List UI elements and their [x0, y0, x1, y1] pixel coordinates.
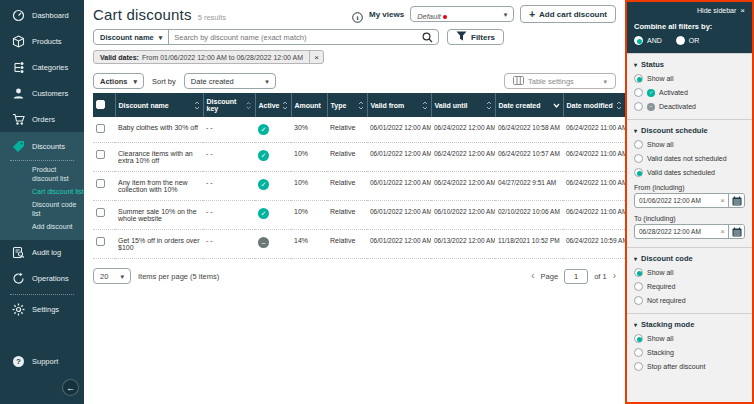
status-section-header[interactable]: ▾ Status	[634, 60, 745, 69]
column-active[interactable]: Active	[255, 93, 291, 117]
valid-from-cell: 06/01/2022 12:00 AM	[367, 143, 431, 172]
stacking-show-all-radio[interactable]: Show all	[634, 334, 745, 343]
sidebar-item-categories[interactable]: Categories	[0, 54, 84, 80]
radio-icon	[676, 36, 685, 45]
table-row[interactable]: Clearance items with an extra 10% off - …	[93, 143, 625, 172]
page-number-input[interactable]	[564, 269, 588, 284]
column-date-modified[interactable]: Date modified	[563, 93, 625, 117]
sidebar-item-discounts[interactable]: Discounts	[0, 134, 84, 158]
stacking-section-header[interactable]: ▾ Stacking mode	[634, 320, 745, 329]
stacking-stop-after-radio[interactable]: Stop after discount	[634, 362, 745, 371]
table-row[interactable]: Summer sale 10% on the whole website - -…	[93, 201, 625, 230]
search-field-selector[interactable]: Discount name ▾	[94, 30, 169, 44]
calendar-icon[interactable]	[728, 225, 744, 238]
remove-filter-button[interactable]: ×	[309, 51, 323, 63]
view-select[interactable]: Default ▾	[410, 6, 514, 22]
row-checkbox[interactable]	[96, 124, 105, 133]
schedule-not-scheduled-radio[interactable]: Valid dates not scheduled	[634, 154, 745, 163]
discount-code-section-header[interactable]: ▾ Discount code	[634, 254, 745, 263]
search-icon[interactable]	[417, 32, 438, 43]
clear-icon[interactable]: ×	[717, 196, 728, 205]
sort-icon[interactable]	[422, 101, 428, 110]
table-row[interactable]: Get 15% off in orders over $100 - - – 14…	[93, 230, 625, 259]
sidebar-item-settings[interactable]: Settings	[0, 297, 84, 323]
previous-page-button[interactable]: ‹	[531, 271, 534, 281]
column-amount[interactable]: Amount	[291, 93, 327, 117]
column-valid-until[interactable]: Valid until	[431, 93, 495, 117]
row-checkbox[interactable]	[96, 150, 105, 159]
discount-name-cell[interactable]: Clearance items with an extra 10% off	[115, 143, 203, 172]
sidebar-item-operations[interactable]: Operations	[0, 266, 84, 292]
code-show-all-radio[interactable]: Show all	[634, 268, 745, 277]
next-page-button[interactable]: ›	[613, 271, 616, 281]
collapse-sidebar-button[interactable]: ←	[62, 379, 79, 396]
funnel-icon	[456, 31, 467, 43]
type-cell: Relative	[327, 143, 367, 172]
sidebar-item-products[interactable]: Products	[0, 28, 84, 54]
sidebar-item-support[interactable]: ? Support	[0, 348, 84, 374]
column-valid-from[interactable]: Valid from	[367, 93, 431, 117]
sort-by-label: Sort by	[152, 77, 176, 86]
discount-name-cell[interactable]: Any item from the new collection with 10…	[115, 172, 203, 201]
status-activated-radio[interactable]: ✓ Activated	[634, 88, 745, 97]
calendar-icon[interactable]	[728, 194, 744, 207]
sort-select[interactable]: Date created ▾	[184, 73, 276, 89]
sort-icon[interactable]	[282, 101, 288, 110]
sort-icon[interactable]	[486, 101, 492, 110]
column-type[interactable]: Type	[327, 93, 367, 117]
radio-icon	[634, 168, 643, 177]
table-settings-button[interactable]: Table settings ▾	[504, 73, 616, 89]
sidebar-item-customers[interactable]: Customers	[0, 80, 84, 106]
sidebar-item-dashboard[interactable]: Dashboard	[0, 2, 84, 28]
column-discount-key[interactable]: Discount key	[203, 93, 255, 117]
items-per-page-select[interactable]: 20 ▾	[93, 268, 131, 284]
add-cart-discount-button[interactable]: + Add cart discount	[520, 5, 616, 23]
sort-icon[interactable]	[194, 101, 200, 110]
discount-name-cell[interactable]: Baby clothes with 30% off	[115, 117, 203, 143]
schedule-show-all-radio[interactable]: Show all	[634, 140, 745, 149]
subitem-product-discount-list[interactable]: Product discount list	[0, 163, 84, 185]
search-input[interactable]	[169, 33, 417, 42]
status-deactivated-radio[interactable]: – Deactivated	[634, 102, 745, 111]
subitem-add-discount[interactable]: Add discount	[0, 220, 84, 233]
sort-desc-icon[interactable]	[553, 103, 560, 108]
to-date-input[interactable]: 06/28/2022 12:00 AM ×	[634, 224, 745, 239]
column-discount-name[interactable]: Discount name	[115, 93, 203, 117]
subitem-cart-discount-list[interactable]: Cart discount list	[0, 185, 84, 198]
table-row[interactable]: Any item from the new collection with 10…	[93, 172, 625, 201]
sidebar-item-audit-log[interactable]: Audit log	[0, 240, 84, 266]
hide-sidebar-button[interactable]: Hide sidebar ×	[634, 6, 745, 15]
select-all-checkbox[interactable]	[96, 100, 105, 109]
from-date-input[interactable]: 01/06/2022 12:00 AM ×	[634, 193, 745, 208]
sidebar-item-label: Categories	[32, 63, 68, 72]
schedule-scheduled-radio[interactable]: Valid dates scheduled	[634, 168, 745, 177]
table-row[interactable]: Baby clothes with 30% off - - ✓ 30% Rela…	[93, 117, 625, 143]
row-checkbox[interactable]	[96, 237, 105, 246]
sort-icon[interactable]	[246, 101, 251, 110]
status-show-all-radio[interactable]: Show all	[634, 74, 745, 83]
combine-and-radio[interactable]: AND	[634, 36, 662, 45]
discount-name-cell[interactable]: Summer sale 10% on the whole website	[115, 201, 203, 230]
status-filter-section: ▾ Status Show all ✓ Activated – Deactiva…	[627, 53, 752, 119]
stacking-stacking-radio[interactable]: Stacking	[634, 348, 745, 357]
clear-icon[interactable]: ×	[717, 227, 728, 236]
filters-button[interactable]: Filters	[447, 29, 504, 45]
subitem-discount-code-list[interactable]: Discount code list	[0, 198, 84, 220]
discount-name-cell[interactable]: Get 15% off in orders over $100	[115, 230, 203, 259]
sidebar-item-label: Orders	[32, 115, 55, 124]
info-icon[interactable]: i	[352, 9, 363, 20]
row-checkbox[interactable]	[96, 179, 105, 188]
combine-or-radio[interactable]: OR	[676, 36, 700, 45]
actions-dropdown[interactable]: Actions ▾	[93, 73, 144, 89]
sidebar-item-label: Support	[32, 357, 58, 366]
close-icon: ×	[314, 53, 319, 62]
sort-icon[interactable]	[358, 101, 364, 110]
row-checkbox[interactable]	[96, 208, 105, 217]
chevron-down-icon: ▾	[134, 78, 138, 85]
column-date-created[interactable]: Date created	[495, 93, 563, 117]
sidebar-item-orders[interactable]: Orders	[0, 106, 84, 132]
code-required-radio[interactable]: Required	[634, 282, 745, 291]
schedule-section-header[interactable]: ▾ Discount schedule	[634, 126, 745, 135]
sort-icon[interactable]	[616, 101, 622, 110]
code-not-required-radio[interactable]: Not required	[634, 296, 745, 305]
